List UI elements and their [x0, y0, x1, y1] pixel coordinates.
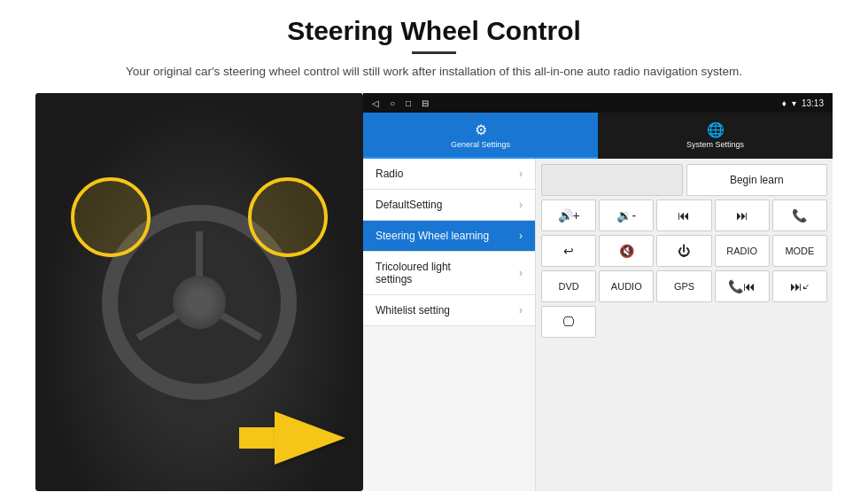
menu-default-arrow: › [519, 199, 523, 211]
menu-whitelist-arrow: › [519, 304, 523, 316]
audio-button[interactable]: AUDIO [599, 270, 654, 302]
begin-learn-button[interactable]: Begin learn [686, 164, 828, 196]
dvd-button[interactable]: DVD [541, 270, 596, 302]
menu-steering-label: Steering Wheel learning [376, 230, 489, 242]
menu-item-steering-wheel[interactable]: Steering Wheel learning › [363, 221, 535, 252]
menu-item-radio[interactable]: Radio › [363, 159, 535, 190]
top-control-row: Begin learn [541, 164, 827, 196]
page-title: Steering Wheel Control [287, 16, 581, 46]
call-prev-button[interactable]: 📞⏮ [715, 270, 770, 302]
tab-general-label: General Settings [451, 140, 510, 149]
empty-input-box [541, 164, 683, 196]
menu-radio-arrow: › [519, 168, 523, 180]
clock: 13:13 [802, 98, 824, 108]
screen-button[interactable]: 🖵 [541, 306, 596, 338]
answer-call-button[interactable]: ↩ [541, 235, 596, 267]
steering-image [35, 93, 363, 491]
main-content: Radio › DefaultSetting › Steering Wheel … [363, 159, 833, 491]
radio-button[interactable]: RADIO [715, 235, 770, 267]
menu-tricolour-label: Tricoloured lightsettings [376, 261, 451, 285]
answer-icon: ↩ [563, 244, 574, 258]
highlight-circle-right [248, 177, 328, 257]
general-settings-icon: ⚙ [475, 121, 487, 138]
next-track-button[interactable]: ⏭ [715, 199, 770, 231]
vol-up-button[interactable]: 🔊+ [541, 199, 596, 231]
menu-panel: Radio › DefaultSetting › Steering Wheel … [363, 159, 536, 491]
button-row-4: 🖵 [541, 306, 827, 338]
status-bar: ◁ ○ □ ⊟ ♦ ▾ 13:13 [363, 93, 833, 113]
title-divider [412, 51, 456, 54]
wifi-icon: ▾ [792, 98, 796, 108]
radio-label: RADIO [726, 246, 757, 256]
call-button[interactable]: 📞 [772, 199, 827, 231]
menu-item-default-setting[interactable]: DefaultSetting › [363, 190, 535, 221]
location-icon: ♦ [782, 98, 787, 108]
menu-whitelist-label: Whitelist setting [376, 304, 450, 316]
menu-radio-label: Radio [376, 168, 403, 180]
arrow-head [275, 411, 345, 465]
menu-item-whitelist[interactable]: Whitelist setting › [363, 295, 535, 326]
mute-button[interactable]: 🔇 [599, 235, 654, 267]
menu-icon: ⊟ [422, 98, 429, 108]
vol-up-icon: 🔊+ [558, 208, 580, 223]
call-next-button[interactable]: ⏭↙ [772, 270, 827, 302]
page-subtitle: Your original car's steering wheel contr… [126, 63, 742, 81]
menu-tricolour-arrow: › [519, 267, 523, 279]
tab-bar: ⚙ General Settings 🌐 System Settings [363, 113, 833, 159]
button-row-3: DVD AUDIO GPS 📞⏮ ⏭↙ [541, 270, 827, 302]
status-bar-right: ♦ ▾ 13:13 [782, 98, 824, 108]
android-interface: ◁ ○ □ ⊟ ♦ ▾ 13:13 ⚙ General Settings [363, 93, 833, 491]
mute-icon: 🔇 [619, 244, 634, 258]
home-icon: ○ [390, 98, 395, 108]
vol-down-button[interactable]: 🔉- [599, 199, 654, 231]
button-row-1: 🔊+ 🔉- ⏮ ⏭ 📞 [541, 199, 827, 231]
mode-label: MODE [785, 246, 814, 256]
dvd-label: DVD [558, 281, 578, 292]
menu-steering-arrow: › [519, 230, 523, 242]
menu-default-label: DefaultSetting [376, 199, 442, 211]
call-next-icon: ⏭↙ [790, 279, 809, 293]
prev-track-icon: ⏮ [678, 208, 690, 223]
page-container: Steering Wheel Control Your original car… [0, 0, 868, 500]
button-row-2: ↩ 🔇 ⏻ RADIO MODE [541, 235, 827, 267]
gps-label: GPS [674, 281, 694, 292]
system-settings-icon: 🌐 [707, 121, 725, 138]
wheel-hub [173, 276, 226, 329]
tab-system-label: System Settings [686, 140, 744, 149]
status-bar-left: ◁ ○ □ ⊟ [372, 98, 429, 108]
recents-icon: □ [406, 98, 411, 108]
power-button[interactable]: ⏻ [656, 235, 711, 267]
call-icon: 📞 [792, 208, 807, 223]
back-icon: ◁ [372, 98, 379, 108]
power-icon: ⏻ [678, 244, 690, 258]
content-row: ◁ ○ □ ⊟ ♦ ▾ 13:13 ⚙ General Settings [35, 93, 833, 491]
arrow-container [239, 411, 345, 465]
tab-general-settings[interactable]: ⚙ General Settings [363, 113, 598, 159]
call-prev-icon: 📞⏮ [728, 279, 756, 293]
vol-down-icon: 🔉- [616, 208, 636, 223]
next-track-icon: ⏭ [736, 208, 748, 223]
highlight-circle-left [71, 177, 151, 257]
menu-item-tricolour[interactable]: Tricoloured lightsettings › [363, 252, 535, 295]
audio-label: AUDIO [611, 281, 642, 292]
right-control-panel: Begin learn 🔊+ 🔉- ⏮ [536, 159, 833, 491]
prev-track-button[interactable]: ⏮ [656, 199, 711, 231]
tab-system-settings[interactable]: 🌐 System Settings [598, 113, 833, 159]
gps-button[interactable]: GPS [656, 270, 711, 302]
mode-button[interactable]: MODE [772, 235, 827, 267]
screen-icon: 🖵 [562, 315, 575, 329]
